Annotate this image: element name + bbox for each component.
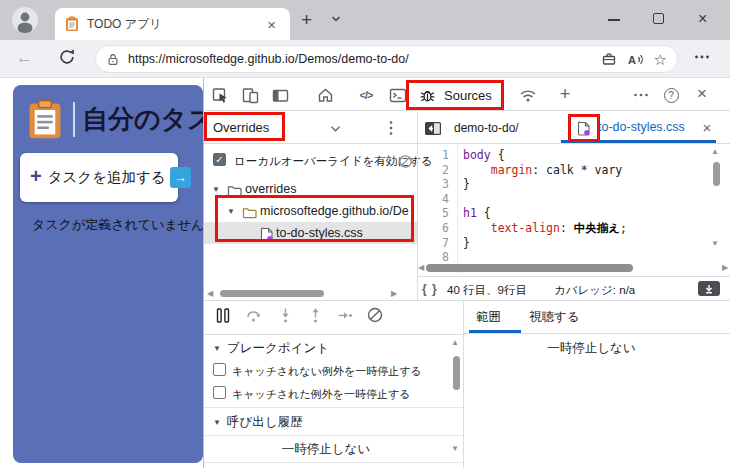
pane-divider[interactable]	[463, 300, 464, 468]
help-icon[interactable]: ?	[662, 86, 680, 104]
new-tab-button[interactable]: +	[301, 9, 312, 31]
home-icon[interactable]	[316, 86, 334, 104]
more-tabs-plus-icon[interactable]: +	[556, 85, 574, 103]
callstack-header[interactable]: 呼び出し履歴	[227, 414, 303, 431]
tab-watch[interactable]: 視聴する	[529, 309, 580, 326]
pause-icon[interactable]	[214, 306, 232, 324]
code-line: margin: calk * vary	[463, 163, 627, 178]
tab-folder[interactable]: demo-to-do/	[454, 121, 519, 135]
step-into-icon[interactable]	[276, 306, 294, 324]
callstack-message: 一時停止しない	[204, 441, 448, 458]
cursor-position: 40 行目、9行目	[447, 283, 527, 298]
collapse-arrow-icon[interactable]: ▼	[213, 344, 221, 353]
back-button[interactable]: ←	[16, 48, 33, 68]
tree-item-overrides[interactable]: overrides	[245, 182, 296, 196]
window-maximize-button[interactable]	[653, 13, 664, 24]
settings-menu-icon[interactable]	[694, 50, 710, 64]
plus-icon: +	[30, 165, 42, 188]
scroll-down-icon[interactable]: ▼	[451, 445, 459, 453]
tab-close-icon[interactable]: ×	[263, 16, 280, 33]
person-icon	[12, 7, 38, 33]
scroll-up-icon[interactable]: ▲	[711, 148, 719, 156]
v-scrollbar-thumb[interactable]	[713, 162, 720, 186]
step-icon[interactable]	[336, 306, 354, 324]
tab-scope[interactable]: 範囲	[476, 309, 501, 326]
editor-code[interactable]: body { margin: calk * vary}h1 { text-ali…	[463, 144, 627, 265]
tab-close-icon[interactable]: ×	[698, 118, 716, 136]
collapse-arrow-icon[interactable]: ▼	[213, 418, 221, 427]
tab-sources[interactable]: Sources	[444, 88, 492, 103]
expand-arrow-icon[interactable]: ▼	[227, 207, 235, 216]
inspect-icon[interactable]	[211, 86, 229, 104]
read-aloud-icon[interactable]: A	[627, 52, 644, 67]
network-wifi-icon[interactable]	[519, 86, 537, 104]
devtools-more-icon[interactable]	[632, 86, 650, 104]
devtools-close-icon[interactable]: ×	[693, 85, 711, 103]
step-out-icon[interactable]	[306, 306, 324, 324]
divider	[204, 334, 463, 335]
divider	[464, 333, 730, 334]
scroll-up-icon[interactable]: ▲	[451, 339, 459, 347]
tab-css-file[interactable]: to-do-styles.css	[598, 120, 685, 134]
code-line: h1 {	[463, 206, 627, 221]
refresh-button[interactable]	[58, 48, 76, 66]
kebab-menu-icon[interactable]	[382, 119, 400, 137]
scope-message: 一時停止しない	[464, 340, 719, 357]
deactivate-breakpoints-icon[interactable]	[366, 306, 384, 324]
overrides-dropdown[interactable]: Overrides	[213, 120, 269, 135]
enable-overrides-checkbox[interactable]: ✓	[213, 153, 226, 166]
window-close-button[interactable]: ×	[698, 10, 707, 28]
url-text: https://microsoftedge.github.io/Demos/de…	[128, 52, 591, 66]
todo-app-card: 自分のタスク + タスクを追加する タスクが定義されていません	[13, 85, 203, 463]
clear-overrides-icon[interactable]	[396, 152, 414, 170]
code-line: text-align: 中央揃え;	[463, 221, 627, 236]
pause-caught-checkbox[interactable]	[213, 386, 226, 399]
divider	[204, 435, 463, 436]
hide-navigator-icon[interactable]	[424, 119, 442, 137]
chevron-down-icon[interactable]	[326, 120, 344, 138]
css-file-tab-icon	[574, 119, 592, 137]
tree-item-domain[interactable]: microsoftedge.github.io/De	[260, 204, 409, 218]
layout-panel-icon[interactable]	[271, 86, 289, 104]
folder-icon	[225, 181, 243, 199]
code-line	[463, 192, 627, 207]
scroll-right-icon[interactable]: ▶	[391, 290, 397, 298]
favorites-star-icon[interactable]: ☆	[654, 52, 667, 67]
coverage-status: カバレッジ: n/a	[554, 283, 635, 298]
step-over-icon[interactable]	[244, 306, 262, 324]
device-emulation-icon[interactable]	[241, 86, 259, 104]
sources-bug-icon[interactable]	[418, 86, 436, 104]
divider	[204, 407, 463, 408]
scroll-down-icon[interactable]: ▼	[711, 240, 719, 248]
code-line: }	[463, 177, 627, 192]
code-line	[463, 250, 627, 265]
v-scrollbar-thumb[interactable]	[453, 356, 460, 390]
browser-tab[interactable]: TODO アプリ ×	[55, 8, 290, 40]
expand-arrow-icon[interactable]: ▼	[212, 185, 220, 194]
tree-item-css-file[interactable]: to-do-styles.css	[276, 226, 363, 240]
h-scrollbar-thumb[interactable]	[426, 264, 633, 272]
pause-uncaught-label: キャッチされない例外を一時停止する	[232, 364, 422, 379]
breakpoints-header[interactable]: ブレークポイント	[227, 340, 329, 357]
scroll-left-icon[interactable]: ◀	[418, 264, 424, 272]
css-file-icon	[257, 225, 275, 243]
clipboard-favicon	[65, 16, 79, 32]
pause-uncaught-checkbox[interactable]	[213, 363, 226, 376]
profile-avatar[interactable]	[12, 7, 38, 33]
workspaces-icon[interactable]	[601, 51, 617, 67]
submit-arrow-icon[interactable]	[170, 167, 191, 188]
h-scrollbar-thumb[interactable]	[220, 290, 324, 297]
address-bar[interactable]: https://microsoftedge.github.io/Demos/de…	[95, 45, 678, 73]
elements-code-icon[interactable]: </>	[353, 86, 379, 104]
scroll-right-icon[interactable]: ▶	[722, 264, 728, 272]
tab-list-chevron-icon[interactable]	[331, 15, 341, 23]
add-task-button[interactable]: + タスクを追加する	[20, 153, 178, 202]
load-icon[interactable]	[698, 281, 720, 296]
pretty-print-icon[interactable]: { }	[422, 282, 438, 296]
divider	[204, 300, 730, 301]
gutter-divider	[457, 144, 458, 274]
scroll-left-icon[interactable]: ◀	[207, 290, 213, 298]
console-icon[interactable]	[389, 86, 407, 104]
window-minimize-button[interactable]	[608, 19, 620, 21]
empty-task-message: タスクが定義されていません	[32, 216, 203, 234]
